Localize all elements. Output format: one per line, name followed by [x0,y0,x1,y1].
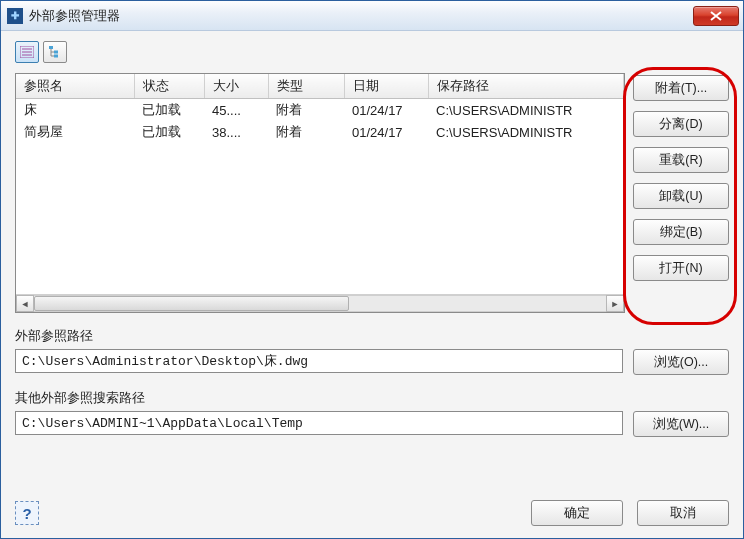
reload-button[interactable]: 重载(R) [633,147,729,173]
view-toggle [15,41,729,63]
svg-rect-4 [49,46,53,49]
open-button[interactable]: 打开(N) [633,255,729,281]
close-icon [710,11,722,21]
cell-name: 床 [16,99,134,122]
footer: ? 确定 取消 [15,484,729,526]
cell-path: C:\USERS\ADMINISTR [428,121,624,143]
cell-type: 附着 [268,99,344,122]
list-view-icon [20,46,34,58]
dialog-window: ✚ 外部参照管理器 [0,0,744,539]
tree-view-icon [48,46,62,58]
svg-rect-7 [54,51,58,54]
app-icon: ✚ [7,8,23,24]
list-view-toggle[interactable] [15,41,39,63]
table-row[interactable]: 简易屋已加载38....附着01/24/17C:\USERS\ADMINISTR [16,121,624,143]
col-type[interactable]: 类型 [268,74,344,99]
scroll-left-arrow[interactable]: ◄ [16,295,34,312]
browse-search-button[interactable]: 浏览(W)... [633,411,729,437]
client-area: 参照名 状态 大小 类型 日期 保存路径 床已加载45....附着01/24/1… [1,31,743,538]
unload-button[interactable]: 卸载(U) [633,183,729,209]
xref-path-label: 外部参照路径 [15,327,729,345]
main-row: 参照名 状态 大小 类型 日期 保存路径 床已加载45....附着01/24/1… [15,73,729,313]
cell-date: 01/24/17 [344,121,428,143]
cell-path: C:\USERS\ADMINISTR [428,99,624,122]
cell-name: 简易屋 [16,121,134,143]
cell-size: 45.... [204,99,268,122]
search-path-group: 其他外部参照搜索路径 浏览(W)... [15,389,729,437]
help-button[interactable]: ? [15,501,39,525]
xref-path-input[interactable] [15,349,623,373]
svg-rect-9 [54,55,58,58]
col-status[interactable]: 状态 [134,74,204,99]
tree-view-toggle[interactable] [43,41,67,63]
search-path-input[interactable] [15,411,623,435]
detach-button[interactable]: 分离(D) [633,111,729,137]
xref-path-group: 外部参照路径 浏览(O)... [15,327,729,375]
browse-path-button[interactable]: 浏览(O)... [633,349,729,375]
table-header-row: 参照名 状态 大小 类型 日期 保存路径 [16,74,624,99]
titlebar: ✚ 外部参照管理器 [1,1,743,31]
bind-button[interactable]: 绑定(B) [633,219,729,245]
col-path[interactable]: 保存路径 [428,74,624,99]
cell-type: 附着 [268,121,344,143]
cancel-button[interactable]: 取消 [637,500,729,526]
side-buttons: 附着(T)... 分离(D) 重载(R) 卸载(U) 绑定(B) 打开(N) [633,73,729,313]
attach-button[interactable]: 附着(T)... [633,75,729,101]
scroll-right-arrow[interactable]: ► [606,295,624,312]
scroll-track[interactable] [34,295,606,312]
close-button[interactable] [693,6,739,26]
cell-status: 已加载 [134,99,204,122]
ok-button[interactable]: 确定 [531,500,623,526]
table-scroll: 参照名 状态 大小 类型 日期 保存路径 床已加载45....附着01/24/1… [16,74,624,294]
col-name[interactable]: 参照名 [16,74,134,99]
xref-table: 参照名 状态 大小 类型 日期 保存路径 床已加载45....附着01/24/1… [15,73,625,313]
scroll-thumb[interactable] [34,296,349,311]
window-title: 外部参照管理器 [29,7,693,25]
cell-status: 已加载 [134,121,204,143]
col-date[interactable]: 日期 [344,74,428,99]
search-path-label: 其他外部参照搜索路径 [15,389,729,407]
horizontal-scrollbar[interactable]: ◄ ► [16,294,624,312]
col-size[interactable]: 大小 [204,74,268,99]
table-row[interactable]: 床已加载45....附着01/24/17C:\USERS\ADMINISTR [16,99,624,122]
cell-size: 38.... [204,121,268,143]
cell-date: 01/24/17 [344,99,428,122]
